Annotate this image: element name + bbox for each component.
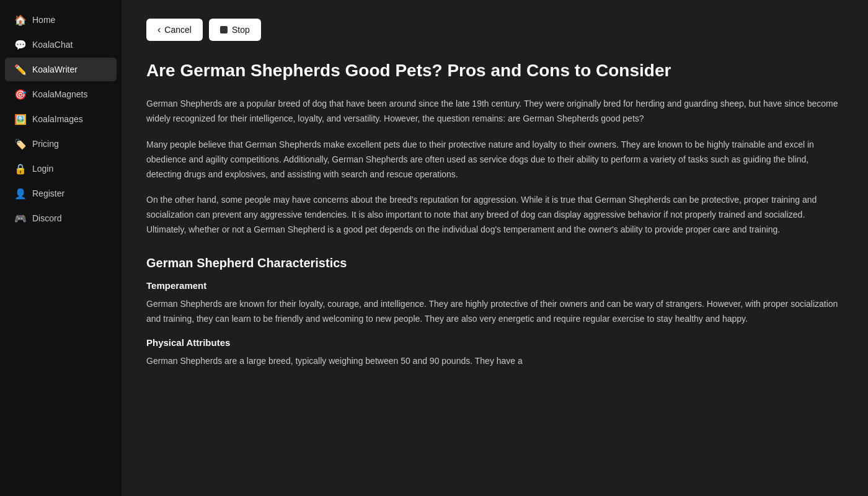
home-icon: 🏠 [15,14,26,25]
koalamagnets-icon: 🎯 [15,89,26,100]
subsection-heading: Physical Attributes [146,337,843,348]
subsection-paragraph: German Shepherds are known for their loy… [146,297,843,327]
section-heading: German Shepherd Characteristics [146,256,843,270]
sidebar-item-login[interactable]: 🔒 Login [5,157,117,180]
login-icon: 🔒 [15,163,26,174]
sidebar-item-koalamagnets[interactable]: 🎯 KoalaMagnets [5,82,117,106]
discord-icon: 🎮 [15,213,26,224]
article-body: German Shepherds are a popular breed of … [146,97,843,237]
sidebar-item-label: KoalaMagnets [32,89,88,99]
cancel-label: Cancel [164,25,192,35]
sidebar-item-register[interactable]: 👤 Register [5,182,117,205]
main-content: ‹ Cancel Stop Are German Shepherds Good … [122,0,868,496]
sidebar-item-discord[interactable]: 🎮 Discord [5,206,117,230]
sidebar-item-label: Pricing [32,139,59,149]
pricing-icon: 🏷️ [15,138,26,149]
article-paragraph: German Shepherds are a popular breed of … [146,97,843,126]
koalawriter-icon: ✏️ [15,64,26,75]
article-title: Are German Shepherds Good Pets? Pros and… [146,60,843,82]
sidebar-item-koalawriter[interactable]: ✏️ KoalaWriter [5,58,117,81]
subsection-heading: Temperament [146,280,843,291]
sidebar-item-label: KoalaImages [32,114,83,124]
sidebar-item-label: Discord [32,213,61,223]
chevron-left-icon: ‹ [157,25,161,35]
sidebar-item-label: Register [32,188,64,198]
koalaimages-icon: 🖼️ [15,113,26,125]
stop-icon [220,26,228,33]
sidebar-item-label: Login [32,164,53,174]
sidebar-item-koalachat[interactable]: 💬 KoalaChat [5,33,117,56]
stop-button[interactable]: Stop [209,19,261,41]
toolbar: ‹ Cancel Stop [146,19,843,41]
article-paragraph: Many people believe that German Shepherd… [146,138,843,182]
koalachat-icon: 💬 [15,39,26,50]
sidebar-item-koalaimages[interactable]: 🖼️ KoalaImages [5,107,117,131]
sidebar-item-label: KoalaWriter [32,64,78,74]
cancel-button[interactable]: ‹ Cancel [146,19,203,41]
sidebar-item-label: KoalaChat [32,40,73,50]
register-icon: 👤 [15,188,26,199]
sidebar-item-pricing[interactable]: 🏷️ Pricing [5,132,117,156]
sidebar: 🏠 Home 💬 KoalaChat ✏️ KoalaWriter 🎯 Koal… [0,0,122,496]
sidebar-item-label: Home [32,15,55,25]
subsection-paragraph: German Shepherds are a large breed, typi… [146,354,843,369]
stop-label: Stop [232,25,250,35]
article-paragraph: On the other hand, some people may have … [146,193,843,237]
subsections: TemperamentGerman Shepherds are known fo… [146,280,843,369]
sidebar-item-home[interactable]: 🏠 Home [5,8,117,32]
